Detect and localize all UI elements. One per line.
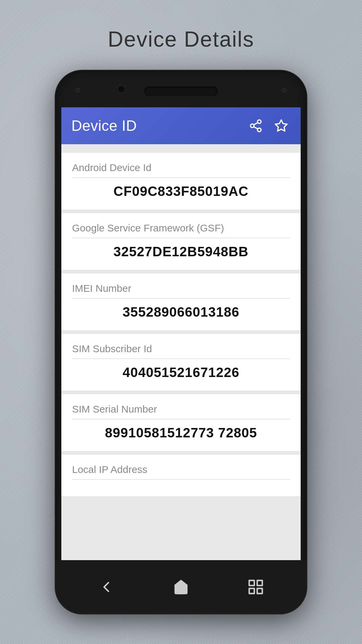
info-card-5: Local IP Address — [61, 454, 301, 497]
svg-line-4 — [254, 122, 258, 125]
page-title: Device Details — [0, 27, 362, 52]
field-divider-5 — [72, 479, 290, 480]
recents-button[interactable] — [242, 574, 269, 600]
info-card-1: Google Service Framework (GSF)32527DE12B… — [61, 213, 301, 270]
field-label-3: SIM Subscriber Id — [72, 343, 290, 355]
phone-screen: Device ID — [61, 107, 301, 560]
svg-rect-9 — [249, 588, 254, 593]
info-card-2: IMEI Number355289066013186 — [61, 273, 301, 331]
field-value-4[interactable]: 89910581512773 72805 — [72, 425, 290, 440]
home-button[interactable] — [168, 574, 194, 600]
phone-speaker — [144, 87, 218, 96]
field-value-0[interactable]: CF09C833F85019AC — [72, 184, 290, 199]
app-bar-title: Device ID — [71, 117, 246, 134]
star-icon — [274, 119, 288, 133]
phone-screw-tl — [75, 88, 80, 93]
field-divider-0 — [72, 177, 290, 178]
app-bar-icons — [246, 116, 291, 135]
svg-rect-8 — [257, 588, 262, 593]
field-value-3[interactable]: 404051521671226 — [72, 365, 290, 380]
back-icon — [98, 578, 115, 596]
svg-rect-7 — [257, 581, 262, 586]
field-label-4: SIM Serial Number — [72, 404, 290, 415]
field-label-2: IMEI Number — [72, 283, 290, 294]
info-card-4: SIM Serial Number89910581512773 72805 — [61, 394, 301, 451]
home-icon — [172, 578, 190, 596]
app-bar: Device ID — [61, 107, 301, 144]
phone-screw-tr — [282, 88, 287, 93]
info-card-3: SIM Subscriber Id404051521671226 — [61, 333, 301, 391]
field-label-1: Google Service Framework (GSF) — [72, 222, 290, 234]
info-card-0: Android Device IdCF09C833F85019AC — [61, 152, 301, 210]
svg-marker-5 — [276, 120, 287, 131]
phone-camera — [117, 85, 125, 93]
field-label-0: Android Device Id — [72, 162, 290, 173]
field-divider-4 — [72, 419, 290, 419]
field-value-1[interactable]: 32527DE12B5948BB — [72, 244, 290, 259]
field-divider-2 — [72, 298, 290, 299]
field-label-5: Local IP Address — [72, 464, 290, 475]
svg-rect-6 — [249, 581, 254, 586]
field-divider-1 — [72, 238, 290, 238]
share-button[interactable] — [246, 116, 265, 135]
back-button[interactable] — [93, 574, 120, 600]
field-divider-3 — [72, 359, 290, 359]
recents-icon — [247, 578, 264, 596]
nav-bar — [55, 560, 307, 614]
field-value-2[interactable]: 355289066013186 — [72, 305, 290, 320]
favorite-button[interactable] — [272, 116, 291, 135]
content-area: Android Device IdCF09C833F85019ACGoogle … — [61, 144, 301, 560]
svg-line-3 — [254, 127, 258, 129]
share-icon — [249, 119, 263, 133]
phone-frame: Device ID — [55, 70, 307, 614]
